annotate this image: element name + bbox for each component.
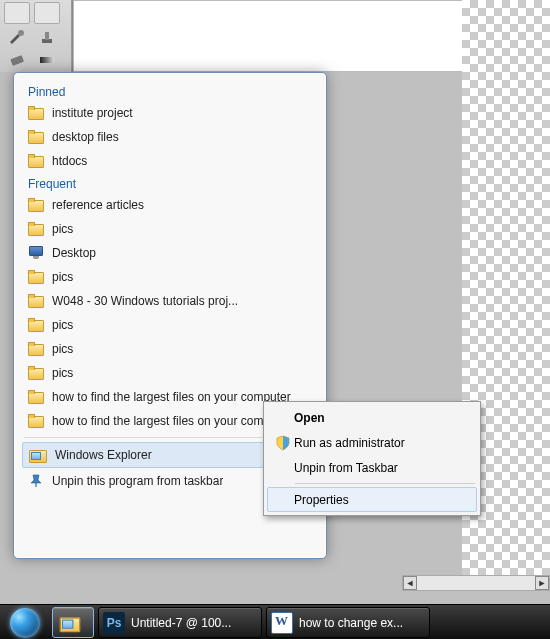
folder-icon <box>28 366 44 380</box>
jump-list-item[interactable]: reference articles <box>22 193 318 217</box>
jump-list-item[interactable]: pics <box>22 313 318 337</box>
folder-icon <box>28 294 44 308</box>
jump-list-item-label: pics <box>52 318 73 332</box>
taskbar: Ps Untitled-7 @ 100... how to change ex.… <box>0 604 550 639</box>
context-menu: Open Run as administrator Unpin from Tas… <box>263 401 481 516</box>
jump-list-item[interactable]: pics <box>22 265 318 289</box>
jump-list-app-label: Windows Explorer <box>55 448 152 462</box>
windows-orb-icon <box>10 608 40 638</box>
jump-list-item[interactable]: htdocs <box>22 149 318 173</box>
jump-list-item[interactable]: desktop files <box>22 125 318 149</box>
context-menu-unpin[interactable]: Unpin from Taskbar <box>267 455 477 480</box>
context-menu-run-as-admin[interactable]: Run as administrator <box>267 430 477 455</box>
svg-rect-4 <box>40 57 54 63</box>
stamp-tool-icon[interactable] <box>38 28 56 46</box>
document-blank-area <box>73 0 463 72</box>
jump-list-unpin-label: Unpin this program from taskbar <box>52 474 223 488</box>
jump-list-item-label: pics <box>52 222 73 236</box>
taskbar-photoshop-button[interactable]: Ps Untitled-7 @ 100... <box>98 607 262 638</box>
jump-list-item-label: institute project <box>52 106 133 120</box>
folder-icon <box>28 154 44 168</box>
jump-list-header-frequent: Frequent <box>22 173 318 193</box>
folder-icon <box>28 198 44 212</box>
monitor-icon <box>28 246 44 260</box>
jump-list-item[interactable]: pics <box>22 337 318 361</box>
unpin-icon <box>28 473 44 489</box>
jump-list-header-pinned: Pinned <box>22 81 318 101</box>
folder-icon <box>28 390 44 404</box>
taskbar-explorer-button[interactable] <box>52 607 94 638</box>
folder-icon <box>28 222 44 236</box>
photoshop-icon: Ps <box>103 612 125 634</box>
jump-list-item-label: W048 - 30 Windows tutorials proj... <box>52 294 238 308</box>
jump-list-item-label: how to find the largest files on your co… <box>52 390 291 404</box>
taskbar-button-label: Untitled-7 @ 100... <box>131 616 231 630</box>
horizontal-scrollbar[interactable]: ◄ ► <box>402 575 550 591</box>
context-menu-label: Properties <box>294 493 349 507</box>
shield-icon <box>272 435 294 451</box>
explorer-icon <box>59 612 81 634</box>
taskbar-word-button[interactable]: how to change ex... <box>266 607 430 638</box>
jump-list-item[interactable]: W048 - 30 Windows tutorials proj... <box>22 289 318 313</box>
scroll-left-arrow[interactable]: ◄ <box>403 576 417 590</box>
folder-icon <box>28 414 44 428</box>
tool-strip <box>0 0 72 72</box>
svg-rect-5 <box>35 483 36 487</box>
taskbar-button-label: how to change ex... <box>299 616 403 630</box>
folder-icon <box>28 130 44 144</box>
start-button[interactable] <box>0 605 50 639</box>
tool-button[interactable] <box>4 2 30 24</box>
context-menu-open[interactable]: Open <box>267 405 477 430</box>
eraser-tool-icon[interactable] <box>8 50 26 68</box>
separator <box>295 483 475 484</box>
jump-list-item[interactable]: institute project <box>22 101 318 125</box>
jump-list-item-label: htdocs <box>52 154 87 168</box>
brush-tool-icon[interactable] <box>8 28 26 46</box>
svg-rect-2 <box>45 32 49 40</box>
jump-list-item-label: desktop files <box>52 130 119 144</box>
svg-rect-3 <box>10 55 24 66</box>
jump-list-item-label: Desktop <box>52 246 96 260</box>
jump-list-item[interactable]: pics <box>22 361 318 385</box>
folder-icon <box>28 106 44 120</box>
context-menu-label: Open <box>294 411 325 425</box>
jump-list-item-label: reference articles <box>52 198 144 212</box>
context-menu-label: Unpin from Taskbar <box>294 461 398 475</box>
folder-icon <box>28 270 44 284</box>
svg-point-0 <box>18 30 24 36</box>
folder-icon <box>28 342 44 356</box>
scroll-right-arrow[interactable]: ► <box>535 576 549 590</box>
jump-list-item[interactable]: pics <box>22 217 318 241</box>
jump-list-item-label: pics <box>52 366 73 380</box>
jump-list-item-label: pics <box>52 270 73 284</box>
context-menu-properties[interactable]: Properties <box>267 487 477 512</box>
jump-list-item[interactable]: Desktop <box>22 241 318 265</box>
jump-list-item-label: pics <box>52 342 73 356</box>
jump-list-item-label: how to find the largest files on your co… <box>52 414 291 428</box>
folder-icon <box>28 318 44 332</box>
gradient-tool-icon[interactable] <box>38 50 56 68</box>
explorer-icon <box>29 447 47 463</box>
context-menu-label: Run as administrator <box>294 436 405 450</box>
word-icon <box>271 612 293 634</box>
tool-button[interactable] <box>34 2 60 24</box>
